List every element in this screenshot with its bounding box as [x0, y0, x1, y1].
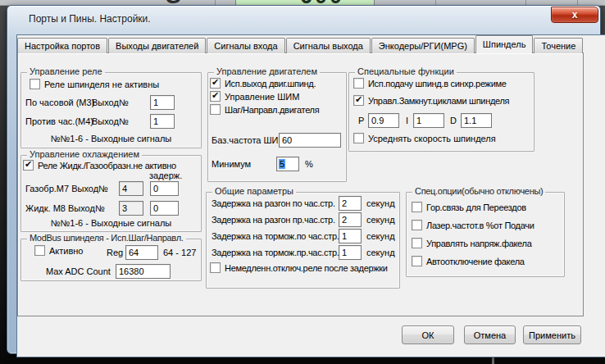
checkbox-label: Гор.связь для Переездов [426, 202, 526, 212]
seconds-label: секунд [366, 198, 395, 208]
checkbox-label: Реле шпинделя не активны [44, 80, 159, 89]
close-button[interactable]: x [551, 7, 598, 23]
checkbox-box [412, 220, 422, 230]
checkbox-label: Шаг/Направл.двигателя [225, 105, 319, 115]
max-adc-input[interactable] [116, 264, 171, 279]
spindle-relays-inactive-checkbox[interactable]: Реле шпинделя не активны [30, 79, 159, 89]
checkbox-label: Управление ШИМ [225, 92, 299, 102]
checkbox-box: ✔ [210, 91, 221, 102]
clockwise-m3-label: По часовой (М3) [25, 98, 94, 107]
checkbox-box [412, 238, 422, 248]
background-notch [492, 356, 494, 364]
checkbox-label: Реле Жидк./Газообразн.не активно [38, 161, 176, 171]
d-gain-input[interactable] [461, 113, 492, 128]
pwm-control-checkbox[interactable]: ✔ Управление ШИМ [210, 91, 299, 102]
reg-range-label: 64 - 127 [163, 248, 196, 257]
checkbox-label: Управлять напряж.факела [426, 239, 531, 248]
accel-cw-label: Задержка на разгон по час.стр. [212, 198, 335, 208]
group-title: Специальные функции [355, 66, 457, 76]
checkbox-label: Исп.выход двиг.шпинд. [225, 79, 316, 89]
accel-ccw-input[interactable] [339, 212, 362, 227]
immediate-relay-off-checkbox[interactable]: Немедленн.отключ.реле после задержки [210, 262, 388, 273]
m3-output-input[interactable] [150, 95, 175, 110]
modbus-active-checkbox[interactable]: Активно [34, 245, 84, 256]
tab-turning[interactable]: Точение [534, 38, 583, 53]
tab-strip: Настройка портов Выходы двигателей Сигна… [17, 35, 583, 53]
m8-output-input[interactable] [119, 201, 143, 216]
tab-port-setup[interactable]: Настройка портов [17, 38, 107, 53]
spindle-feed-sync-checkbox[interactable]: Исп.подачу шпинд.в синхр.режиме [353, 78, 507, 89]
m4-output-input[interactable] [150, 114, 175, 129]
accel-cw-input[interactable] [339, 196, 362, 211]
percent-label: % [305, 159, 313, 169]
output-number-label: Выход№ [92, 98, 129, 107]
group-title: Управление охлаждением [27, 149, 142, 159]
cancel-button[interactable]: Отмена [464, 325, 516, 344]
counterclockwise-m4-label: Против час.(М4) [25, 116, 93, 126]
torch-voltage-control-checkbox[interactable]: Управлять напряж.факела [412, 238, 531, 248]
hot-wire-crossings-checkbox[interactable]: Гор.связь для Переездов [412, 202, 526, 212]
cooling-relays-inactive-checkbox[interactable]: ✔ Реле Жидк./Газообразн.не активно [23, 160, 176, 171]
m7-delay-input[interactable] [150, 181, 179, 196]
use-spindle-motor-output-checkbox[interactable]: ✔ Исп.выход двиг.шпинд. [210, 78, 316, 89]
pwm-base-freq-label: Баз.частота ШИМ [212, 135, 286, 145]
group-title: Управление двигателем [214, 66, 320, 76]
checkbox-box [353, 78, 364, 89]
checkbox-label: Автоотключение факела [426, 257, 525, 266]
checkbox-label: Лазер.частот.в %от Подачи [426, 221, 534, 230]
apply-button[interactable]: Применить [523, 325, 581, 344]
minimum-input[interactable]: 5 [276, 157, 299, 171]
pwm-base-freq-input[interactable] [279, 133, 341, 148]
m8-delay-input[interactable] [150, 201, 179, 216]
group-title: Общие параметры [212, 186, 296, 196]
mist-m7-label: Газобр.М7 Выход№ [25, 184, 108, 193]
checkbox-label: Немедленн.отключ.реле после задержки [225, 263, 388, 273]
check-icon: ✔ [355, 95, 362, 104]
seconds-label: секунд [366, 215, 395, 225]
close-icon: x [572, 10, 578, 20]
brake-ccw-input[interactable] [339, 245, 362, 260]
p-gain-input[interactable] [368, 113, 399, 128]
reg-input[interactable] [125, 245, 158, 260]
flood-m8-label: Жидк. М8 Выход№ [25, 203, 105, 213]
checkbox-label: Управл.Замкнут.циклами шпинделя [368, 96, 509, 106]
tab-encoders-mpg[interactable]: Энкодеры/РГИ(MPG) [371, 38, 475, 53]
checkbox-label: Исп.подачу шпинд.в синхр.режиме [368, 79, 507, 89]
closed-loop-spindle-checkbox[interactable]: ✔ Управл.Замкнут.циклами шпинделя [353, 95, 509, 106]
selected-text: 5 [279, 159, 285, 169]
check-icon: ✔ [212, 78, 219, 87]
m7-output-input[interactable] [119, 181, 143, 196]
brake-ccw-label: Задержка на тормож.пр.час.стр. [212, 248, 339, 257]
torch-auto-off-checkbox[interactable]: Автоотключение факела [412, 256, 525, 266]
max-adc-label: Max ADC Count [46, 266, 111, 276]
checkbox-box [210, 104, 221, 115]
p-label: P [358, 116, 364, 125]
reg-label: Reg [107, 248, 123, 257]
checkbox-box [34, 245, 45, 256]
ok-button-label: ОК [422, 330, 434, 340]
tab-input-signals[interactable]: Сигналы входа [207, 38, 284, 53]
d-label: D [450, 116, 457, 125]
group-title: ModBus шпинделя - Исп.Шаг/Направл. [27, 233, 186, 243]
seconds-label: секунд [366, 248, 395, 257]
tab-output-signals[interactable]: Сигналы выхода [286, 38, 371, 53]
step-dir-motor-checkbox[interactable]: Шаг/Направл.двигателя [210, 104, 319, 115]
window-title: Порты и Пины. Настройки. [29, 13, 151, 25]
check-icon: ✔ [212, 91, 219, 100]
checkbox-box: ✔ [23, 160, 34, 171]
checkbox-box [210, 262, 221, 273]
tab-spindle[interactable]: Шпиндель [475, 35, 534, 53]
output-number-label: Выход№ [92, 116, 129, 126]
tab-motor-outputs[interactable]: Выходы двигателей [108, 38, 206, 53]
minimum-label: Минимум [212, 159, 251, 169]
ok-button[interactable]: ОК [402, 325, 454, 344]
checkbox-box [30, 79, 40, 89]
average-spindle-speed-checkbox[interactable]: Усреднять скорость шпинделя [353, 133, 496, 143]
brake-cw-input[interactable] [339, 229, 362, 243]
checkbox-box [353, 133, 364, 143]
i-gain-input[interactable] [413, 113, 444, 128]
group-title: Управление реле [27, 66, 105, 76]
laser-freq-percent-feed-checkbox[interactable]: Лазер.частот.в %от Подачи [412, 220, 534, 230]
checkbox-box [412, 256, 422, 266]
brake-cw-label: Задержка на тормож.по час.стр. [212, 231, 339, 241]
